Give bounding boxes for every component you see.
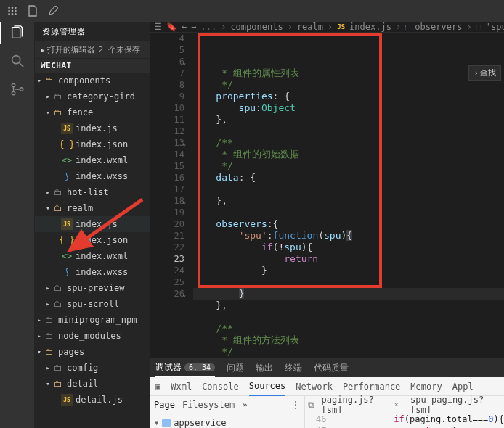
svg-point-9 [12,56,20,64]
tree-folder[interactable]: ▸🗀spu-scroll [35,296,150,312]
editor-area: JSdetail.js<>detail.wxmlJSindex.js{ }det… [150,22,504,428]
source-tab[interactable]: paging.js? [sm] × [317,395,404,415]
tree-label: index.wxml [76,155,128,165]
forward-icon[interactable]: → [191,22,196,32]
breadcrumb-item[interactable]: components [230,22,283,32]
breadcrumb-item[interactable]: observers [415,22,462,32]
svg-point-4 [12,10,14,12]
tree-file[interactable]: JSdetail.js [35,392,150,408]
sources-tree-item[interactable]: ▾appservice [154,416,300,428]
sources-code[interactable]: 46474849 if(paging.total===0){ return { … [305,413,504,428]
chevron-right-icon: ▸ [35,316,44,324]
close-icon[interactable]: × [394,400,399,409]
workspace-header[interactable]: WECHAT [35,59,150,73]
panel-tab[interactable]: 终端 [285,362,302,374]
overflow-icon[interactable]: » [242,400,247,410]
tree-file[interactable]: { }index.json [35,136,150,152]
chevron-right-icon: ▸ [44,284,52,292]
tree-folder[interactable]: ▸🗀miniprogram_npm [35,312,150,328]
svg-line-14 [70,199,142,250]
activity-bar [0,22,35,428]
element-picker-icon[interactable]: ▣ [155,382,160,392]
devtools-tab[interactable]: Appl [452,382,473,392]
chevron-right-icon: ▸ [35,332,44,339]
svg-point-11 [12,83,15,87]
breadcrumb-item[interactable]: 'spu' [486,22,504,32]
code-editor[interactable]: 456⌄78910111213⌄1415161718⌄1920212223242… [150,33,504,358]
badge: 6, 34 [184,363,215,371]
list-icon[interactable]: ☰ [154,22,162,32]
open-editors-header[interactable]: ▶ 打开的编辑器 2 个未保存 [35,41,150,58]
tree-file[interactable]: JSindex.js [35,120,150,136]
chevron-down-icon: ▾ [44,205,52,212]
project-name: WECHAT [41,61,72,70]
bookmark-icon[interactable]: 🔖 [166,22,177,32]
code-content[interactable]: * 组件的属性列表 */ properties: { spu:Object },… [193,33,504,358]
tree-folder[interactable]: ▾🗀components [35,73,150,89]
svg-point-0 [8,7,10,9]
edit-icon[interactable] [48,6,58,16]
svg-point-12 [12,91,15,95]
page-tab[interactable]: Page [154,400,175,410]
panel-tab[interactable]: 代码质量 [314,362,349,374]
devtools-tab[interactable]: Network [296,382,333,392]
chevron-right-icon: ▸ [44,300,52,308]
tree-folder[interactable]: ▾🗀fence [35,104,150,120]
tree-folder[interactable]: ▾🗀detail [35,376,150,392]
title-bar [0,0,504,22]
source-tab[interactable]: spu-paging.js? [sm] [406,395,504,415]
devtools-tab[interactable]: Sources [249,377,286,396]
panel-tab[interactable]: 调试器6, 34 [155,358,215,377]
breadcrumb-item[interactable]: index.js [349,22,391,32]
tree-label: appservice [174,418,226,428]
back-icon[interactable]: ← [182,22,187,32]
sources-left-pane: Page Filesystem » ⋮ ▾appservice▸@babel/r… [150,396,305,428]
chevron-right-icon: ▶ [41,46,44,54]
app-menu-icon[interactable] [7,6,17,16]
svg-point-6 [8,13,10,15]
tree-file[interactable]: ⟆index.wxss [35,168,150,184]
panel-tab[interactable]: 问题 [227,362,244,374]
file-icon[interactable] [28,5,38,17]
tree-folder[interactable]: ▸🗀category-gird [35,89,150,104]
breadcrumb-item[interactable]: realm [297,22,323,32]
tree-folder[interactable]: ▾🗀pages [35,344,150,360]
chevron-down-icon: ▾ [154,418,159,428]
explorer-icon[interactable] [9,25,25,43]
js-icon: JS [337,23,345,30]
svg-point-3 [8,10,10,12]
tree-label: detail.js [76,395,123,405]
svg-line-10 [19,63,23,67]
filesystem-tab[interactable]: Filesystem [182,400,235,410]
tree-label: index.js [76,123,118,133]
chevron-down-icon: ▾ [44,109,52,116]
chevron-right-icon: ▸ [44,364,52,371]
tree-label: miniprogram_npm [58,315,137,325]
devtools-tab[interactable]: Console [202,382,239,392]
tree-folder[interactable]: ▸🗀comfig [35,360,150,376]
source-control-icon[interactable] [9,81,25,99]
devtools-tab[interactable]: Performance [343,382,400,392]
tree-file[interactable]: <>index.wxml [35,152,150,168]
devtools-tabs: ▣ WxmlConsoleSourcesNetworkPerformanceMe… [150,377,504,396]
svg-point-13 [20,88,23,91]
sources-file-tree[interactable]: ▾appservice▸@babel/runtime [150,413,304,428]
panel-tab[interactable]: 输出 [256,362,273,374]
debug-panel: 调试器6, 34问题输出终端代码质量 ▣ WxmlConsoleSourcesN… [150,358,504,428]
breadcrumbs[interactable]: ☰ 🔖 ← → ... › components › realm › JS in… [150,22,504,33]
open-editors-label: 打开的编辑器 [47,44,95,55]
chevron-down-icon: ▾ [35,348,44,355]
dock-icon[interactable]: ⧉ [308,400,314,410]
tree-label: node_modules [58,331,121,341]
devtools-tab[interactable]: Wxml [171,382,192,392]
more-icon[interactable]: ⋮ [291,400,300,410]
tree-folder[interactable]: ▸🗀spu-preview [35,280,150,296]
chevron-down-icon: ▾ [35,77,44,84]
tree-label: pages [58,347,84,357]
chevron-right-icon: ▸ [44,189,52,196]
chevron-right-icon: ▸ [44,93,52,100]
tree-label: category-gird [67,91,135,102]
devtools-tab[interactable]: Memory [410,382,442,392]
tree-folder[interactable]: ▸🗀node_modules [35,328,150,344]
search-icon[interactable] [9,53,25,71]
